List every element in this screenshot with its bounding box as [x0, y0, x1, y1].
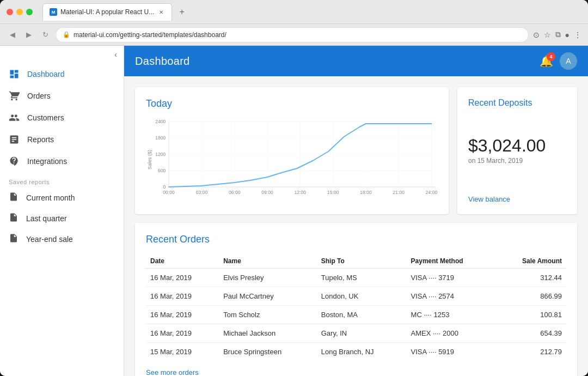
sidebar-collapse-area: ‹ [0, 46, 124, 63]
menu-icon[interactable]: ⋮ [574, 31, 581, 39]
chart-title: Today [146, 98, 438, 110]
sidebar-nav: Dashboard Orders Customers [0, 63, 124, 254]
table-cell-ship_to: Boston, MA [317, 306, 407, 324]
browser-tabs: M Material-UI: A popular React U... ✕ + [42, 0, 188, 23]
table-cell-name: Tom Scholz [219, 306, 317, 324]
top-cards-row: Today [135, 87, 577, 214]
orders-title: Recent Orders [146, 234, 566, 245]
browser-window: M Material-UI: A popular React U... ✕ + … [0, 0, 588, 376]
table-cell-name: Michael Jackson [219, 324, 317, 343]
sales-chart: 0 600 1200 1800 2400 Sales ($) 00:00 03:… [146, 116, 438, 203]
svg-text:09:00: 09:00 [261, 190, 273, 195]
saved-reports-label: Saved reports [0, 172, 124, 187]
new-tab-button[interactable]: + [175, 5, 188, 19]
table-cell-amount: 654.39 [495, 324, 566, 343]
sidebar-item-integrations[interactable]: Integrations [0, 150, 124, 172]
forward-button[interactable]: ▶ [23, 29, 35, 41]
table-cell-date: 16 Mar, 2019 [146, 287, 219, 306]
table-cell-name: Elvis Presley [219, 269, 317, 287]
sidebar-sub-item-label: Current month [26, 193, 75, 202]
table-cell-amount: 312.44 [495, 269, 566, 287]
table-cell-payment: AMEX ···· 2000 [407, 324, 496, 343]
chart-card: Today [135, 87, 449, 214]
sidebar-item-year-end-sale[interactable]: Year-end sale [0, 229, 124, 250]
svg-text:03:00: 03:00 [196, 190, 208, 195]
sidebar-sub-item-label: Last quarter [26, 214, 67, 223]
minimize-btn[interactable] [16, 9, 23, 15]
table-cell-payment: VISA ···· 5919 [407, 343, 496, 361]
orders-table-body: 16 Mar, 2019Elvis PresleyTupelo, MSVISA … [146, 269, 566, 361]
sidebar-item-label: Dashboard [27, 70, 65, 78]
sidebar-item-customers[interactable]: Customers [0, 107, 124, 129]
collapse-icon[interactable]: ‹ [114, 50, 117, 59]
deposits-card: Recent Deposits $3,024.00 on 15 March, 2… [457, 87, 577, 214]
table-row: 16 Mar, 2019Tom ScholzBoston, MAMC ···· … [146, 306, 566, 324]
sidebar-item-current-month[interactable]: Current month [0, 187, 124, 208]
notifications-button[interactable]: 🔔 4 [540, 54, 553, 68]
maximize-btn[interactable] [26, 9, 33, 15]
table-cell-payment: MC ···· 1253 [407, 306, 496, 324]
svg-text:24:00: 24:00 [426, 190, 438, 195]
tab-close-icon[interactable]: ✕ [157, 8, 165, 16]
avatar[interactable]: A [560, 52, 577, 70]
sidebar-item-orders[interactable]: Orders [0, 85, 124, 107]
tab-title: Material-UI: A popular React U... [60, 8, 154, 16]
svg-text:1200: 1200 [155, 151, 166, 157]
reports-icon [9, 134, 20, 145]
svg-text:15:00: 15:00 [327, 190, 339, 195]
orders-table: Date Name Ship To Payment Method Sale Am… [146, 254, 566, 361]
svg-text:2400: 2400 [155, 119, 166, 124]
back-button[interactable]: ◀ [7, 29, 19, 41]
report-file-icon-3 [9, 233, 19, 245]
svg-text:1800: 1800 [155, 135, 166, 141]
col-date: Date [146, 254, 219, 269]
star-icon[interactable]: ☆ [544, 31, 551, 39]
customers-icon [9, 112, 20, 123]
tab-favicon: M [50, 8, 57, 16]
svg-text:18:00: 18:00 [360, 190, 372, 195]
page-content: Today [124, 76, 588, 376]
table-cell-date: 15 Mar, 2019 [146, 343, 219, 361]
browser-tabbar: M Material-UI: A popular React U... ✕ + [0, 0, 588, 24]
svg-text:06:00: 06:00 [229, 190, 241, 195]
table-cell-amount: 100.81 [495, 306, 566, 324]
url-bar[interactable]: 🔒 material-ui.com/getting-started/templa… [56, 27, 529, 43]
view-balance-link[interactable]: View balance [468, 195, 566, 203]
traffic-lights [7, 9, 33, 15]
svg-text:21:00: 21:00 [393, 190, 405, 195]
orders-icon [9, 90, 20, 101]
app-bar-actions: 🔔 4 A [540, 52, 577, 70]
table-cell-name: Bruce Springsteen [219, 343, 317, 361]
sidebar-sub-item-label: Year-end sale [26, 235, 73, 244]
address-bar-row: ◀ ▶ ↻ 🔒 material-ui.com/getting-started/… [0, 24, 588, 46]
table-cell-date: 16 Mar, 2019 [146, 324, 219, 343]
integrations-icon [9, 156, 20, 167]
svg-text:12:00: 12:00 [295, 190, 307, 195]
active-tab[interactable]: M Material-UI: A popular React U... ✕ [42, 3, 172, 21]
report-file-icon-2 [9, 213, 19, 225]
table-cell-date: 16 Mar, 2019 [146, 306, 219, 324]
table-cell-ship_to: London, UK [317, 287, 407, 306]
chart-container: 0 600 1200 1800 2400 Sales ($) 00:00 03:… [146, 116, 438, 203]
sidebar-item-last-quarter[interactable]: Last quarter [0, 208, 124, 229]
table-cell-name: Paul McCartney [219, 287, 317, 306]
see-more-orders-link[interactable]: See more orders [146, 368, 199, 376]
extension-icon[interactable]: ⧉ [555, 30, 561, 39]
table-cell-payment: VISA ···· 3719 [407, 269, 496, 287]
table-row: 16 Mar, 2019Elvis PresleyTupelo, MSVISA … [146, 269, 566, 287]
svg-text:Sales ($): Sales ($) [147, 150, 152, 169]
sidebar-item-reports[interactable]: Reports [0, 129, 124, 150]
orders-card: Recent Orders Date Name Ship To Payment … [135, 223, 577, 376]
svg-text:0: 0 [163, 184, 166, 190]
table-row: 16 Mar, 2019Michael JacksonGary, INAMEX … [146, 324, 566, 343]
page-title: Dashboard [135, 55, 190, 68]
deposits-date: on 15 March, 2019 [468, 157, 566, 165]
col-shipto: Ship To [317, 254, 407, 269]
reload-button[interactable]: ↻ [39, 29, 51, 41]
sidebar-item-dashboard[interactable]: Dashboard [0, 63, 124, 85]
account-icon[interactable]: ⊙ [533, 31, 540, 39]
profile-icon[interactable]: ● [565, 31, 569, 39]
sidebar-item-label: Reports [27, 135, 54, 144]
sidebar: ‹ Dashboard Orders [0, 46, 124, 376]
close-btn[interactable] [7, 9, 13, 15]
